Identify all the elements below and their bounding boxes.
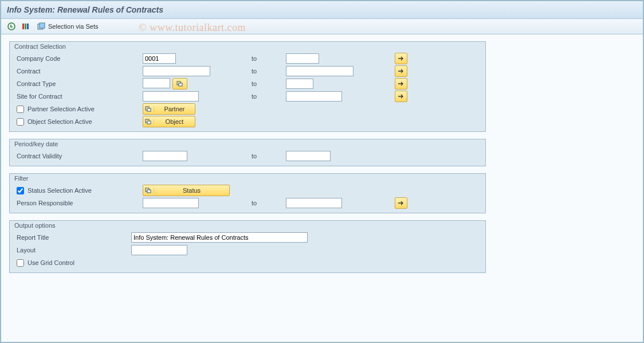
expand-icon (143, 119, 154, 124)
report-title-input[interactable] (131, 232, 308, 243)
person-multi-button[interactable] (395, 197, 407, 209)
company-code-to-input[interactable] (286, 53, 319, 64)
group-period: Period/key date Contract Validity to (9, 139, 486, 166)
contract-type-from-input[interactable] (143, 78, 170, 88)
group-filter: Filter Status Selection Active Status Pe… (9, 173, 486, 213)
status-selection-checkbox[interactable] (17, 187, 24, 194)
row-object-selection: Object Selection Active Object (17, 115, 481, 128)
row-site: Site for Contract to (17, 90, 481, 103)
svg-rect-2 (25, 24, 26, 29)
validity-to-input[interactable] (286, 151, 331, 161)
status-button-label: Status (154, 187, 229, 194)
to-label: to (217, 93, 286, 100)
partner-button-label: Partner (154, 106, 195, 112)
grid-checkbox[interactable] (17, 259, 24, 267)
company-code-from-input[interactable] (143, 53, 176, 64)
contract-multi-button[interactable] (395, 65, 407, 77)
object-button[interactable]: Object (143, 116, 195, 127)
sets-icon (37, 22, 46, 31)
group-title: Period/key date (10, 139, 485, 150)
group-output: Output options Report Title Layout Use G… (9, 220, 486, 273)
contract-type-to-input[interactable] (286, 79, 313, 89)
to-label: to (217, 68, 286, 75)
company-code-multi-button[interactable] (395, 53, 407, 64)
group-title: Filter (10, 174, 485, 184)
page-title: Info System: Renewal Rules of Contracts (7, 5, 163, 14)
selection-via-sets-button[interactable]: Selection via Sets (34, 21, 100, 32)
group-title: Contract Selection (10, 42, 485, 52)
to-label: to (217, 153, 286, 159)
row-grid: Use Grid Control (17, 256, 481, 269)
site-to-input[interactable] (286, 91, 342, 102)
person-to-input[interactable] (286, 198, 342, 208)
svg-rect-3 (27, 24, 29, 29)
variant-icon[interactable] (21, 22, 30, 31)
svg-point-0 (8, 23, 15, 30)
row-layout: Layout (17, 244, 481, 256)
layout-input[interactable] (131, 245, 187, 255)
validity-from-input[interactable] (143, 151, 187, 161)
contract-type-f4-button[interactable] (172, 78, 187, 89)
toolbar: Selection via Sets (1, 19, 643, 34)
group-contract-selection: Contract Selection Company Code to Contr… (9, 41, 486, 132)
label-site: Site for Contract (17, 93, 143, 100)
svg-rect-1 (22, 24, 24, 29)
label-status-selection: Status Selection Active (28, 187, 92, 194)
row-company-code: Company Code to (17, 52, 481, 65)
svg-rect-9 (147, 108, 151, 111)
to-label: to (217, 200, 286, 206)
to-label: to (217, 80, 286, 87)
object-selection-checkbox[interactable] (17, 118, 24, 126)
label-partner-selection: Partner Selection Active (28, 106, 95, 112)
row-partner-selection: Partner Selection Active Partner (17, 103, 481, 115)
titlebar: Info System: Renewal Rules of Contracts (1, 1, 643, 19)
partner-selection-checkbox[interactable] (17, 106, 24, 113)
selection-via-sets-label: Selection via Sets (48, 23, 98, 30)
row-validity: Contract Validity to (17, 150, 481, 162)
label-validity: Contract Validity (17, 153, 143, 159)
svg-rect-7 (179, 83, 182, 86)
site-multi-button[interactable] (395, 91, 407, 102)
object-button-label: Object (154, 118, 195, 125)
site-from-input[interactable] (143, 91, 199, 102)
row-person: Person Responsible to (17, 197, 481, 209)
label-grid: Use Grid Control (28, 259, 74, 266)
label-contract-type: Contract Type (17, 80, 143, 87)
svg-rect-5 (40, 23, 45, 28)
label-company-code: Company Code (17, 55, 143, 62)
svg-rect-11 (147, 121, 151, 124)
expand-icon (143, 188, 154, 193)
label-contract: Contract (17, 68, 143, 75)
person-from-input[interactable] (143, 198, 199, 208)
contract-from-input[interactable] (143, 66, 210, 76)
label-layout: Layout (17, 247, 131, 254)
label-object-selection: Object Selection Active (28, 118, 92, 125)
partner-button[interactable]: Partner (143, 103, 195, 115)
svg-rect-13 (147, 190, 151, 193)
status-button[interactable]: Status (143, 185, 230, 196)
row-status-selection: Status Selection Active Status (17, 184, 481, 197)
group-title: Output options (10, 221, 485, 231)
body: Contract Selection Company Code to Contr… (1, 34, 643, 287)
row-report-title: Report Title (17, 231, 481, 244)
row-contract: Contract to (17, 65, 481, 77)
contract-type-multi-button[interactable] (395, 78, 407, 89)
contract-to-input[interactable] (286, 66, 354, 76)
execute-icon[interactable] (7, 22, 16, 31)
label-report-title: Report Title (17, 234, 131, 241)
expand-icon (143, 106, 154, 112)
label-person: Person Responsible (17, 200, 143, 206)
sap-window: Info System: Renewal Rules of Contracts … (0, 0, 644, 343)
to-label: to (217, 55, 286, 62)
row-contract-type: Contract Type to (17, 77, 481, 90)
